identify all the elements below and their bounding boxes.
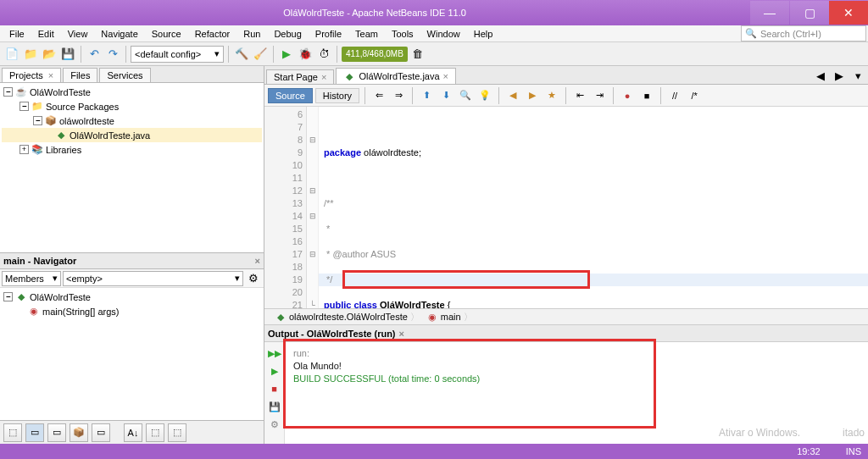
tab-services[interactable]: Services — [99, 68, 150, 82]
toggle-bookmark-icon[interactable]: ★ — [543, 87, 560, 104]
undo-icon[interactable]: ↶ — [86, 46, 103, 63]
libraries-icon: 📚 — [31, 144, 43, 156]
breadcrumb-class[interactable]: ◆oláwolrdteste.OláWolrdTeste — [268, 311, 415, 323]
tree-source-packages[interactable]: ‒📁Source Packages — [2, 99, 262, 113]
filter-combo[interactable]: <empty> — [63, 271, 243, 286]
rerun-icon[interactable]: ▶▶ — [267, 346, 282, 361]
tree-libraries[interactable]: +📚Libraries — [2, 142, 262, 157]
scroll-right-icon[interactable]: ▶ — [831, 67, 848, 84]
redo-icon[interactable]: ↷ — [104, 46, 121, 63]
code-editor[interactable]: 678910111213141516171819202122 ⊟⊟⊟⊟└ pac… — [264, 107, 868, 308]
pal-inherited-icon[interactable]: ⬚ — [3, 423, 22, 442]
debug-icon[interactable]: 🐞 — [297, 46, 314, 63]
global-search[interactable]: 🔍Search (Ctrl+I) — [741, 25, 866, 41]
tab-editor-file[interactable]: ◆OláWolrdTeste.java× — [336, 68, 456, 84]
comment-icon[interactable]: // — [666, 87, 683, 104]
save-all-icon[interactable]: 💾 — [59, 46, 76, 63]
menu-help[interactable]: Help — [468, 27, 499, 41]
nav-back-icon[interactable]: ⇐ — [370, 87, 387, 104]
shift-right-icon[interactable]: ⇥ — [591, 87, 608, 104]
next-bookmark-icon[interactable]: ▶ — [524, 87, 541, 104]
menu-view[interactable]: View — [62, 27, 94, 41]
tab-files[interactable]: Files — [63, 68, 97, 82]
memory-badge[interactable]: 411,8/468,0MB — [342, 47, 408, 62]
nav-class[interactable]: ‒◆OláWolrdTeste — [2, 290, 262, 304]
new-file-icon[interactable]: 📄 — [3, 46, 20, 63]
config-combo[interactable]: <default config> — [131, 46, 224, 63]
find-next-icon[interactable]: ⬇ — [437, 87, 454, 104]
nav-options-icon[interactable]: ⚙ — [245, 270, 262, 287]
settings-icon[interactable]: ⚙ — [267, 417, 282, 432]
menu-file[interactable]: File — [3, 27, 31, 41]
minimize-button[interactable]: — — [750, 1, 789, 25]
collapse-icon[interactable]: ‒ — [19, 102, 29, 111]
rerun-debug-icon[interactable]: ▶ — [267, 363, 282, 379]
editor-toolbar: Source History ⇐ ⇒ ⬆ ⬇ 🔍 💡 ◀ ▶ ★ ⇤ ⇥ ● ■… — [264, 85, 868, 107]
tree-package[interactable]: ‒📦oláwolrdteste — [2, 113, 262, 128]
members-combo[interactable]: Members — [2, 271, 61, 286]
menu-window[interactable]: Window — [421, 27, 466, 41]
menu-navigate[interactable]: Navigate — [95, 27, 143, 41]
scroll-left-icon[interactable]: ◀ — [812, 67, 829, 84]
profile-icon[interactable]: ⏱ — [315, 46, 332, 63]
pal-fqn-icon[interactable]: ⬚ — [168, 423, 186, 442]
find-sel-icon[interactable]: 🔍 — [457, 87, 474, 104]
stop-macro-icon[interactable]: ■ — [638, 87, 655, 104]
close-icon[interactable]: × — [48, 70, 53, 80]
collapse-icon[interactable]: ‒ — [3, 87, 13, 97]
pal-sort-icon[interactable]: A↓ — [124, 423, 142, 442]
pal-fields-icon[interactable]: ▭ — [25, 423, 44, 442]
maximize-button[interactable]: ▢ — [790, 1, 829, 25]
new-project-icon[interactable]: 📁 — [22, 46, 39, 63]
save-output-icon[interactable]: 💾 — [267, 399, 282, 414]
tab-start-page[interactable]: Start Page× — [266, 69, 334, 84]
shift-left-icon[interactable]: ⇤ — [571, 87, 588, 104]
open-icon[interactable]: 📂 — [41, 46, 58, 63]
pal-nonpublic-icon[interactable]: 📦 — [70, 423, 88, 442]
close-icon[interactable]: × — [399, 329, 404, 339]
projects-tree[interactable]: ‒☕OláWolrdTeste ‒📁Source Packages ‒📦oláw… — [0, 83, 264, 252]
uncomment-icon[interactable]: /* — [686, 87, 703, 104]
menu-edit[interactable]: Edit — [32, 27, 60, 41]
menu-team[interactable]: Team — [349, 27, 384, 41]
close-icon[interactable]: × — [321, 72, 326, 82]
tab-projects[interactable]: Projects× — [2, 68, 61, 82]
start-macro-icon[interactable]: ● — [619, 87, 636, 104]
collapse-icon[interactable]: ‒ — [3, 292, 13, 301]
fold-column[interactable]: ⊟⊟⊟⊟└ — [307, 107, 319, 308]
menu-tools[interactable]: Tools — [386, 27, 420, 41]
menu-refactor[interactable]: Refactor — [189, 27, 236, 41]
pal-group-icon[interactable]: ⬚ — [146, 423, 164, 442]
history-view-button[interactable]: History — [315, 88, 359, 103]
expand-icon[interactable]: + — [19, 145, 29, 154]
code-area[interactable]: package oláwolrdteste; /** * * @author A… — [319, 107, 868, 308]
tree-java-file[interactable]: ◆OláWolrdTeste.java — [2, 128, 262, 142]
find-prev-icon[interactable]: ⬆ — [418, 87, 435, 104]
stop-icon[interactable]: ■ — [267, 381, 282, 396]
gc-icon[interactable]: 🗑 — [409, 46, 426, 63]
collapse-icon[interactable]: ‒ — [33, 116, 42, 125]
menu-source[interactable]: Source — [146, 27, 187, 41]
close-icon[interactable]: × — [255, 256, 260, 266]
menu-profile[interactable]: Profile — [309, 27, 348, 41]
search-icon: 🔍 — [745, 28, 757, 39]
tab-list-icon[interactable]: ▾ — [849, 67, 866, 84]
clean-build-icon[interactable]: 🧹 — [252, 46, 269, 63]
source-view-button[interactable]: Source — [268, 88, 313, 103]
close-icon[interactable]: × — [443, 71, 448, 81]
breadcrumb-method[interactable]: ◉main — [420, 311, 468, 323]
left-panel-tabs: Projects× Files Services — [0, 66, 264, 83]
close-button[interactable]: ✕ — [829, 1, 868, 25]
pal-inner-icon[interactable]: ▭ — [92, 423, 110, 442]
navigator-tree[interactable]: ‒◆OláWolrdTeste ◉main(String[] args) — [0, 288, 264, 420]
tree-project-root[interactable]: ‒☕OláWolrdTeste — [2, 85, 262, 99]
highlight-icon[interactable]: 💡 — [476, 87, 493, 104]
nav-method-main[interactable]: ◉main(String[] args) — [2, 304, 262, 318]
menu-run[interactable]: Run — [237, 27, 266, 41]
nav-fwd-icon[interactable]: ⇒ — [390, 87, 407, 104]
menu-debug[interactable]: Debug — [268, 27, 307, 41]
run-icon[interactable]: ▶ — [278, 46, 295, 63]
build-icon[interactable]: 🔨 — [233, 46, 250, 63]
pal-static-icon[interactable]: ▭ — [47, 423, 66, 442]
prev-bookmark-icon[interactable]: ◀ — [504, 87, 521, 104]
